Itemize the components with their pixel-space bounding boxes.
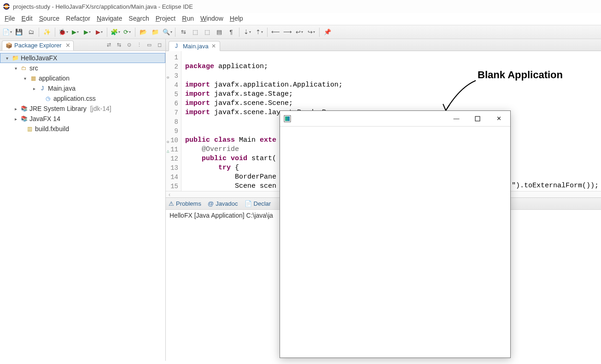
code-fragment-right: ;").toExternalForm()); — [508, 182, 599, 190]
editor-tab-main[interactable]: J Main.java ✕ — [169, 41, 220, 51]
prev-annotation-button[interactable]: ⇡ — [254, 27, 264, 37]
open-task-button[interactable]: 📁 — [150, 27, 160, 37]
fold-icon[interactable]: ⊖ — [167, 138, 169, 147]
package-explorer: 📦 Package Explorer ✕ ⇄ ⇆ ⊙ ⋮ ▭ ◻ ▾ 📁 Hel… — [0, 39, 166, 361]
tree-jre[interactable]: ▸ 📚 JRE System Library [jdk-14] — [0, 104, 165, 114]
javafx-app-window[interactable]: — ✕ — [280, 110, 511, 358]
folder-icon: 🗀 — [20, 64, 28, 72]
build-button[interactable]: ⟳ — [122, 27, 132, 37]
line-number: ⊖3 — [170, 71, 178, 81]
save-all-button[interactable]: 🗂 — [26, 27, 36, 37]
toggle-button-1[interactable]: ⇆ — [178, 27, 188, 37]
next-annotation-button[interactable]: ⇣ — [242, 27, 252, 37]
menu-edit[interactable]: Edit — [22, 15, 33, 22]
tree-label: build.fxbuild — [35, 125, 69, 133]
run-button[interactable]: ▶ — [70, 27, 80, 37]
menu-refactor[interactable]: Refactor — [66, 15, 90, 22]
run-last-button[interactable]: ▶ — [94, 27, 104, 37]
tree-application-css[interactable]: ▸ ◷ application.css — [0, 93, 165, 104]
menu-bar: File Edit Source Refactor Navigate Searc… — [0, 13, 601, 25]
toolbar: 📄 💾 🗂 ✨ 🐞 ▶ ▶ ▶ 🧩 ⟳ 📂 📁 🔍 ⇆ ⬚ ⬚ ▤ ¶ ⇣ ⇡ … — [0, 25, 601, 39]
tree-package[interactable]: ▾ ▦ application — [0, 73, 165, 83]
menu-navigate[interactable]: Navigate — [97, 15, 122, 22]
close-button[interactable]: ✕ — [488, 112, 509, 126]
toggle-button-2[interactable]: ⬚ — [190, 27, 200, 37]
javadoc-icon: @ — [208, 200, 214, 207]
menu-run[interactable]: Run — [182, 15, 194, 22]
menu-search[interactable]: Search — [128, 15, 149, 22]
focus-icon[interactable]: ⊙ — [125, 41, 133, 49]
tree-build[interactable]: ▸ ▥ build.fxbuild — [0, 124, 165, 134]
problems-tab[interactable]: ⚠Problems — [169, 200, 201, 207]
close-icon[interactable]: ✕ — [211, 43, 216, 49]
build-file-icon: ▥ — [26, 125, 33, 133]
tree-label-suffix: [jdk-14] — [90, 105, 111, 112]
package-explorer-header: 📦 Package Explorer ✕ ⇄ ⇆ ⊙ ⋮ ▭ ◻ — [0, 39, 165, 51]
twisty-icon[interactable]: ▸ — [13, 106, 18, 111]
package-explorer-tab[interactable]: 📦 Package Explorer ✕ — [2, 40, 74, 51]
menu-window[interactable]: Window — [200, 15, 223, 22]
tree-main-java[interactable]: ▸ J Main.java — [0, 83, 165, 93]
minimize-view-icon[interactable]: ▭ — [145, 41, 153, 49]
external-tools-button[interactable]: 🧩 — [110, 27, 120, 37]
search-button[interactable]: 🔍 — [162, 27, 172, 37]
collapse-all-icon[interactable]: ⇄ — [105, 41, 113, 49]
tree-label: JRE System Library — [29, 105, 87, 112]
project-icon: 📁 — [12, 54, 19, 62]
fold-icon[interactable]: ⊖ — [167, 73, 169, 82]
debug-button[interactable]: 🐞 — [58, 27, 68, 37]
tree-src[interactable]: ▾ 🗀 src — [0, 63, 165, 73]
tree-label: HelloJavaFX — [21, 54, 57, 62]
svg-rect-2 — [3, 6, 10, 7]
back-button[interactable]: ⟵ — [270, 27, 280, 37]
new-button[interactable]: 📄 — [2, 27, 12, 37]
maximize-view-icon[interactable]: ◻ — [155, 41, 163, 49]
toggle-button-5[interactable]: ¶ — [226, 27, 236, 37]
javafx-titlebar[interactable]: — ✕ — [280, 111, 510, 127]
forward-history-button[interactable]: ↪ — [306, 27, 316, 37]
open-type-button[interactable]: 📂 — [138, 27, 148, 37]
tree-project[interactable]: ▾ 📁 HelloJavaFX — [0, 53, 165, 63]
twisty-icon[interactable]: ▾ — [22, 76, 28, 81]
close-icon[interactable]: ✕ — [65, 42, 70, 49]
coverage-button[interactable]: ▶ — [82, 27, 92, 37]
minimize-button[interactable]: — — [446, 112, 467, 126]
line-number: 8 — [170, 117, 178, 127]
twisty-icon[interactable]: ▾ — [13, 66, 18, 71]
view-menu-icon[interactable]: ⋮ — [135, 41, 143, 49]
tree-label: application.css — [53, 95, 96, 102]
twisty-icon[interactable]: ▾ — [4, 56, 10, 61]
eclipse-icon — [3, 3, 10, 10]
tree-label: application — [39, 75, 70, 82]
back-history-button[interactable]: ↩ — [294, 27, 304, 37]
line-number: △11 — [170, 145, 178, 154]
css-file-icon: ◷ — [44, 95, 52, 102]
toggle-button-3[interactable]: ⬚ — [202, 27, 212, 37]
line-number: 2 — [170, 62, 178, 71]
declaration-tab[interactable]: 📄Declar — [245, 200, 271, 207]
pin-button[interactable]: 📌 — [322, 27, 333, 37]
forward-button[interactable]: ⟶ — [282, 27, 292, 37]
menu-source[interactable]: Source — [39, 15, 59, 22]
wand-button[interactable]: ✨ — [42, 27, 52, 37]
twisty-icon[interactable]: ▸ — [13, 116, 18, 121]
line-number: 15 — [170, 182, 178, 191]
tree-javafx[interactable]: ▸ 📚 JavaFX 14 — [0, 114, 165, 124]
line-number: 9 — [170, 127, 178, 136]
toggle-button-4[interactable]: ▤ — [214, 27, 224, 37]
svg-rect-6 — [475, 116, 480, 121]
svg-rect-5 — [287, 116, 290, 121]
menu-file[interactable]: File — [5, 15, 15, 22]
line-number: 14 — [170, 173, 178, 182]
javadoc-tab[interactable]: @Javadoc — [208, 200, 238, 207]
maximize-button[interactable] — [467, 112, 488, 126]
line-number: 1 — [170, 53, 178, 62]
twisty-icon[interactable]: ▸ — [31, 86, 37, 91]
menu-help[interactable]: Help — [230, 15, 243, 22]
save-button[interactable]: 💾 — [14, 27, 24, 37]
javafx-content — [280, 127, 510, 358]
tree-label: JavaFX 14 — [29, 115, 60, 122]
library-icon: 📚 — [20, 115, 28, 122]
menu-project[interactable]: Project — [156, 15, 176, 22]
link-editor-icon[interactable]: ⇆ — [115, 41, 123, 49]
